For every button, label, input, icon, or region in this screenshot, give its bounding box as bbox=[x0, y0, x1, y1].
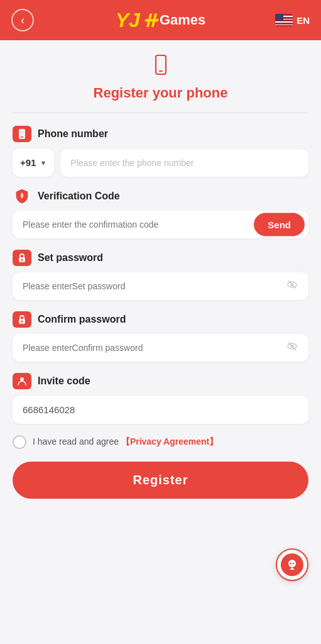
register-button[interactable]: Register bbox=[13, 462, 308, 499]
svg-point-22 bbox=[293, 563, 294, 564]
set-password-section: Set password bbox=[13, 250, 308, 300]
phone-header-icon bbox=[13, 54, 308, 80]
svg-point-8 bbox=[21, 259, 23, 260]
verification-section: Verification Code Send bbox=[13, 188, 308, 238]
verification-input-row: Send bbox=[13, 211, 308, 238]
set-password-input[interactable] bbox=[13, 272, 308, 300]
invite-code-value: 6686146028 bbox=[13, 396, 308, 424]
phone-section: Phone number +91 ▼ bbox=[13, 126, 308, 177]
agreement-text: I have read and agree 【Privacy Agreement… bbox=[33, 436, 218, 448]
lang-label: EN bbox=[297, 15, 310, 26]
agreement-checkbox[interactable] bbox=[13, 435, 26, 449]
invite-icon bbox=[13, 373, 31, 389]
verification-label: Verification Code bbox=[13, 188, 308, 204]
svg-point-14 bbox=[21, 321, 23, 322]
set-password-label-text: Set password bbox=[38, 252, 103, 264]
shield-icon bbox=[13, 188, 31, 204]
svg-rect-3 bbox=[21, 136, 23, 138]
header: ‹ YJ ⧺ Games EN bbox=[0, 0, 321, 40]
privacy-link[interactable]: 【Privacy Agreement】 bbox=[121, 436, 218, 447]
set-password-wrap bbox=[13, 272, 308, 300]
flag-icon bbox=[275, 14, 293, 26]
invite-section: Invite code 6686146028 bbox=[13, 373, 308, 424]
back-button[interactable]: ‹ bbox=[11, 9, 34, 31]
register-title: Register your phone bbox=[13, 85, 308, 101]
svg-point-19 bbox=[20, 377, 24, 381]
phone-label: Phone number bbox=[13, 126, 308, 142]
verification-label-text: Verification Code bbox=[38, 191, 120, 202]
phone-label-text: Phone number bbox=[38, 128, 108, 140]
back-icon: ‹ bbox=[21, 14, 24, 27]
language-button[interactable]: EN bbox=[275, 14, 310, 26]
country-code: +91 bbox=[20, 157, 36, 168]
logo-yt-text: YJ bbox=[116, 10, 140, 30]
divider bbox=[13, 113, 308, 113]
chat-bubble-icon bbox=[281, 553, 303, 576]
confirm-password-label-text: Confirm password bbox=[38, 314, 126, 325]
lock-icon bbox=[13, 250, 31, 266]
country-selector[interactable]: +91 ▼ bbox=[13, 148, 54, 177]
confirm-password-label: Confirm password bbox=[13, 311, 308, 328]
svg-rect-1 bbox=[159, 70, 163, 72]
svg-point-21 bbox=[290, 563, 291, 564]
svg-rect-2 bbox=[19, 129, 25, 139]
eye-slash2-icon[interactable] bbox=[286, 340, 298, 356]
invite-label-text: Invite code bbox=[38, 375, 90, 387]
chevron-down-icon: ▼ bbox=[40, 159, 46, 167]
invite-label: Invite code bbox=[13, 373, 308, 389]
register-header: Register your phone bbox=[13, 40, 308, 113]
eye-slash-icon[interactable] bbox=[286, 279, 298, 294]
confirm-password-wrap bbox=[13, 334, 308, 362]
logo: YJ ⧺ Games bbox=[116, 8, 206, 32]
set-password-label: Set password bbox=[13, 250, 308, 266]
logo-games-text: Games bbox=[160, 12, 205, 28]
phone-label-icon bbox=[13, 126, 31, 142]
phone-input-row: +91 ▼ bbox=[13, 148, 308, 177]
confirm-password-input[interactable] bbox=[13, 334, 308, 362]
svg-point-20 bbox=[288, 560, 296, 567]
content: Register your phone Phone number +91 ▼ bbox=[0, 40, 321, 644]
lock2-icon bbox=[13, 311, 31, 328]
send-button[interactable]: Send bbox=[254, 213, 305, 236]
chat-fab[interactable] bbox=[276, 548, 308, 581]
phone-input[interactable] bbox=[60, 149, 308, 177]
agreement-row: I have read and agree 【Privacy Agreement… bbox=[13, 435, 308, 449]
confirm-password-section: Confirm password bbox=[13, 311, 308, 362]
